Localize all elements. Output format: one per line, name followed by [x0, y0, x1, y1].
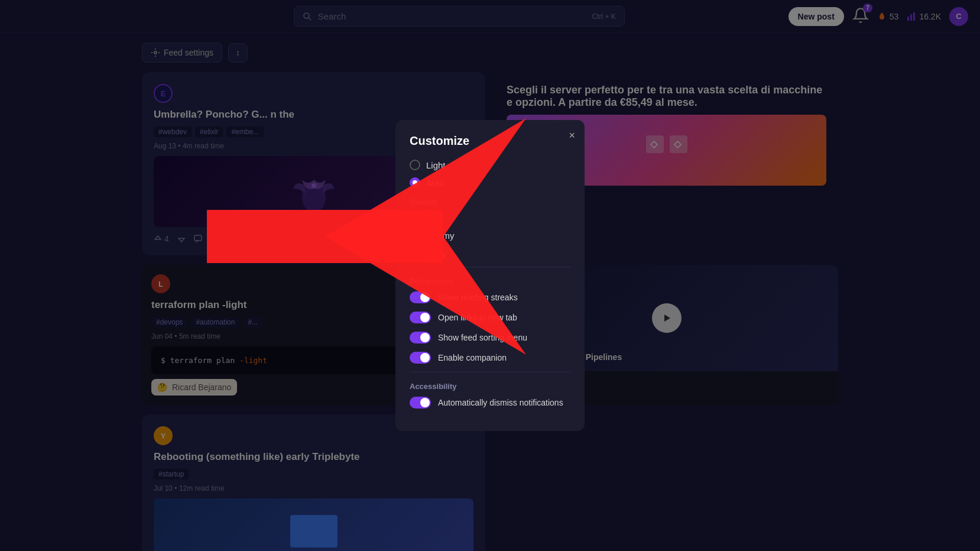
pref-label-4: Enable companion — [438, 353, 507, 362]
customize-modal: Customize × Light Auto Density Eco Roomy… — [395, 120, 585, 431]
density-cozy-radio[interactable] — [410, 248, 420, 258]
density-cozy-label: Cozy — [426, 248, 446, 258]
modal-close-button[interactable]: × — [569, 129, 575, 142]
density-roomy-radio[interactable] — [410, 230, 420, 241]
density-roomy-label: Roomy — [426, 231, 455, 241]
toggle-open-links[interactable] — [410, 312, 431, 323]
modal-overlay[interactable]: Customize × Light Auto Density Eco Roomy… — [0, 0, 980, 551]
pref-sorting-menu: Show feed sorting menu — [410, 332, 570, 343]
theme-auto-radio[interactable] — [410, 177, 420, 188]
theme-light-label: Light — [426, 160, 446, 170]
accessibility-label: Accessibility — [410, 382, 570, 391]
toggle-companion[interactable] — [410, 352, 431, 364]
theme-light-option[interactable]: Light — [410, 160, 570, 170]
pref-open-links: Open links in new tab — [410, 312, 570, 323]
pref-label-2: Open links in new tab — [438, 313, 517, 322]
pref-label-1: Show reading streaks — [438, 293, 518, 302]
modal-title: Customize — [410, 134, 570, 148]
divider-2 — [410, 372, 570, 372]
toggle-sorting-menu[interactable] — [410, 332, 431, 343]
theme-auto-option[interactable]: Auto — [410, 177, 570, 188]
pref-companion: Enable companion — [410, 352, 570, 364]
density-eco-radio[interactable] — [410, 212, 420, 223]
access-label-1: Automatically dismiss notifications — [438, 398, 563, 407]
density-eco-label: Eco — [426, 213, 442, 223]
density-eco-option[interactable]: Eco — [410, 212, 570, 223]
theme-light-radio[interactable] — [410, 160, 420, 170]
divider-1 — [410, 267, 570, 267]
toggle-reading-streaks[interactable] — [410, 291, 431, 303]
access-dismiss-notifs: Automatically dismiss notifications — [410, 397, 570, 409]
density-cozy-option[interactable]: Cozy — [410, 248, 570, 258]
theme-auto-label: Auto — [426, 178, 444, 188]
density-label: Density — [410, 197, 570, 206]
pref-reading-streaks: Show reading streaks — [410, 291, 570, 303]
density-roomy-option[interactable]: Roomy — [410, 230, 570, 241]
preferences-label: Preferences — [410, 277, 570, 286]
toggle-dismiss-notifs[interactable] — [410, 397, 431, 409]
pref-label-3: Show feed sorting menu — [438, 333, 527, 342]
